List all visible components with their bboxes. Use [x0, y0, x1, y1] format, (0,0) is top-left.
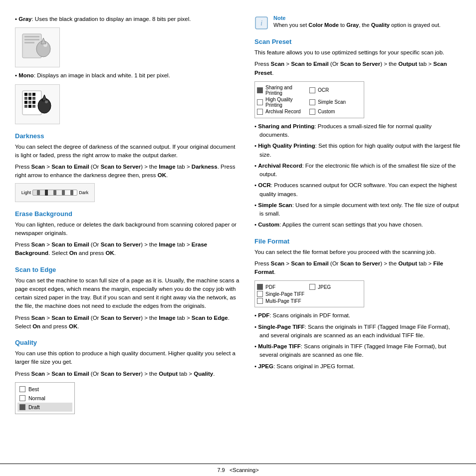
file-bullet-jpeg: JPEG: Scans original in JPEG format. — [254, 362, 461, 371]
left-column: Gray: Uses the black gradation to displa… — [15, 15, 239, 418]
file-format-para1: You can select the file format before yo… — [254, 248, 461, 256]
svg-rect-18 — [28, 105, 31, 108]
svg-rect-16 — [32, 101, 35, 104]
preset-row-2: High Quality Printing Simple Scan — [257, 97, 362, 108]
note-content: Note When you set Color Mode to Gray, th… — [273, 15, 441, 29]
preset-cell-archival: Archival Record — [257, 109, 309, 115]
preset-checkbox-custom[interactable] — [309, 109, 315, 115]
file-cell-pdf: PDF — [257, 284, 309, 290]
note-icon: i — [254, 16, 268, 30]
gray-bullet: Gray: Uses the black gradation to displa… — [15, 15, 239, 23]
scan-to-edge-title: Scan to Edge — [15, 266, 239, 273]
scan-to-edge-para2: Press Scan > Scan to Email (Or Scan to S… — [15, 314, 239, 331]
preset-row-1: Sharing and Printing OCR — [257, 85, 362, 96]
preset-checkbox-ocr[interactable] — [309, 87, 315, 93]
slider-tick-5 — [70, 190, 73, 195]
quality-label-best: Best — [28, 386, 39, 392]
mono-image-box — [15, 84, 60, 124]
erase-background-title: Erase Background — [15, 210, 239, 218]
file-format-para2: Press Scan > Scan to Email (Or Scan to S… — [254, 259, 461, 277]
file-checkbox-pdf[interactable] — [257, 284, 263, 290]
quality-row-normal: Normal — [17, 394, 72, 403]
preset-checkbox-hq[interactable] — [257, 99, 263, 105]
gray-image-box — [15, 27, 60, 67]
file-bullet-pdf: PDF: Scans originals in PDF format. — [254, 311, 461, 320]
scan-preset-para2: Press Scan > Scan to Email (Or Scan to S… — [254, 60, 461, 77]
preset-row-3: Archival Record Custom — [257, 109, 362, 115]
file-row-3: Multi-Page TIFF — [257, 298, 362, 304]
file-bullet-single-tiff: Single-Page TIFF: Scans the originals in… — [254, 323, 461, 340]
page-content: Gray: Uses the black gradation to displa… — [0, 0, 476, 438]
quality-row-best: Best — [17, 385, 72, 394]
preset-bullet-hq: High Quality Printing: Set this option f… — [254, 142, 461, 159]
slider-tick-1 — [37, 190, 40, 195]
scan-preset-title: Scan Preset — [254, 38, 461, 45]
slider-tick-4 — [62, 190, 65, 195]
slider-track — [32, 190, 77, 196]
quality-row-draft: Draft — [17, 403, 72, 412]
file-label-multi-tiff: Multi-Page TIFF — [265, 298, 301, 304]
slider-light-label: Light — [21, 190, 31, 195]
file-label-single-tiff: Single-Page TIFF — [265, 291, 304, 297]
preset-label-hq: High Quality Printing — [265, 97, 309, 108]
scan-preset-options-box: Sharing and Printing OCR High Quality Pr… — [254, 81, 364, 118]
quality-checkbox-draft[interactable] — [19, 404, 25, 410]
preset-label-ocr: OCR — [318, 87, 329, 93]
svg-rect-12 — [28, 97, 31, 100]
svg-rect-9 — [28, 93, 31, 96]
preset-checkbox-sharing[interactable] — [257, 87, 263, 93]
quality-para1: You can use this option to produce a hig… — [15, 349, 239, 367]
svg-rect-13 — [32, 97, 35, 100]
file-checkbox-jpeg[interactable] — [309, 284, 315, 290]
svg-marker-21 — [42, 95, 47, 101]
footer-section: <Scanning> — [230, 467, 259, 473]
quality-label-draft: Draft — [28, 404, 40, 410]
slider-inner: Light Dark — [21, 190, 89, 196]
preset-checkbox-simple[interactable] — [309, 99, 315, 105]
quality-checkbox-normal[interactable] — [19, 395, 25, 401]
note-label: Note — [273, 15, 441, 21]
quality-para2: Press Scan > Scan to Email (Or Scan to S… — [15, 370, 239, 378]
file-format-options-box: PDF JPEG Single-Page TIFF Multi-Page TIF… — [254, 280, 364, 307]
svg-rect-8 — [24, 93, 27, 96]
preset-cell-sharing: Sharing and Printing — [257, 85, 309, 96]
file-checkbox-multi-tiff[interactable] — [257, 298, 263, 304]
darkness-slider-box: Light Dark — [15, 183, 95, 202]
darkness-para1: You can select the degree of darkness of… — [15, 143, 239, 160]
preset-bullet-custom: Custom: Applies the current scan setting… — [254, 221, 461, 229]
mono-icon — [17, 87, 57, 122]
svg-text:i: i — [260, 19, 262, 27]
quality-label-normal: Normal — [28, 395, 45, 401]
preset-checkbox-archival[interactable] — [257, 109, 263, 115]
mono-bullet: Mono: Displays an image in black and whi… — [15, 71, 239, 80]
svg-rect-10 — [32, 93, 35, 96]
svg-rect-14 — [24, 101, 27, 104]
darkness-para2: Press Scan > Scan to Email (Or Scan to S… — [15, 163, 239, 180]
slider-dark-label: Dark — [79, 190, 88, 195]
quality-checkbox-best[interactable] — [19, 386, 25, 392]
file-checkbox-single-tiff[interactable] — [257, 291, 263, 297]
svg-point-22 — [45, 100, 48, 103]
preset-bullet-sharing: Sharing and Printing: Produces a small-s… — [254, 122, 461, 140]
file-row-1: PDF JPEG — [257, 284, 362, 290]
file-format-title: File Format — [254, 238, 461, 245]
slider-tick-2 — [45, 190, 48, 196]
scan-preset-para1: This feature allows you to use optimized… — [254, 48, 461, 57]
footer-page-number: 7.9 — [217, 467, 225, 473]
preset-label-custom: Custom — [318, 109, 335, 114]
svg-rect-2 — [24, 39, 39, 40]
svg-rect-15 — [28, 101, 31, 104]
preset-bullet-ocr: OCR: Produces scanned output for OCR sof… — [254, 181, 461, 199]
preset-bullet-simple: Simple Scan: Used for a simple document … — [254, 201, 461, 219]
file-cell-single-tiff: Single-Page TIFF — [257, 291, 312, 297]
file-bullet-multi-tiff: Multi-Page TIFF: Scans originals in TIFF… — [254, 342, 461, 360]
preset-cell-hq: High Quality Printing — [257, 97, 309, 108]
gray-icon — [17, 30, 57, 65]
right-column: i Note When you set Color Mode to Gray, … — [254, 15, 461, 418]
preset-label-archival: Archival Record — [265, 109, 301, 114]
file-cell-multi-tiff: Multi-Page TIFF — [257, 298, 312, 304]
note-box: i Note When you set Color Mode to Gray, … — [254, 15, 461, 30]
slider-tick-3 — [53, 190, 56, 195]
preset-label-sharing: Sharing and Printing — [265, 85, 309, 96]
preset-cell-simple: Simple Scan — [309, 97, 362, 108]
